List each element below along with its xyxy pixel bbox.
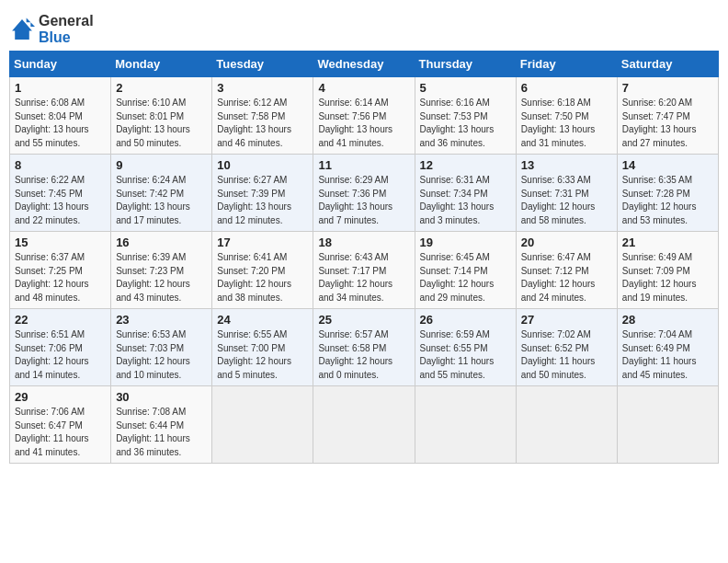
calendar-day-cell: 26 Sunrise: 6:59 AM Sunset: 6:55 PM Dayl… — [415, 309, 516, 386]
day-number: 13 — [521, 158, 612, 172]
calendar-day-cell: 17 Sunrise: 6:41 AM Sunset: 7:20 PM Dayl… — [212, 232, 313, 309]
calendar-week-row: 22 Sunrise: 6:51 AM Sunset: 7:06 PM Dayl… — [10, 309, 719, 386]
day-detail: Sunrise: 6:39 AM Sunset: 7:23 PM Dayligh… — [116, 251, 207, 304]
day-detail: Sunrise: 6:33 AM Sunset: 7:31 PM Dayligh… — [521, 174, 612, 227]
day-number: 14 — [622, 158, 713, 172]
day-number: 2 — [116, 81, 207, 95]
day-number: 3 — [217, 81, 308, 95]
day-number: 11 — [318, 158, 409, 172]
calendar-day-cell: 15 Sunrise: 6:37 AM Sunset: 7:25 PM Dayl… — [10, 232, 111, 309]
day-detail: Sunrise: 7:04 AM Sunset: 6:49 PM Dayligh… — [622, 328, 713, 382]
calendar-day-cell — [617, 386, 718, 464]
day-detail: Sunrise: 6:29 AM Sunset: 7:36 PM Dayligh… — [318, 174, 409, 227]
day-number: 4 — [318, 81, 409, 95]
day-detail: Sunrise: 6:20 AM Sunset: 7:47 PM Dayligh… — [622, 97, 713, 150]
weekday-header: Tuesday — [212, 52, 313, 77]
calendar-day-cell: 16 Sunrise: 6:39 AM Sunset: 7:23 PM Dayl… — [111, 232, 212, 309]
calendar-day-cell — [313, 386, 415, 464]
weekday-header: Friday — [516, 52, 617, 77]
day-number: 28 — [622, 313, 713, 327]
day-number: 24 — [217, 313, 308, 327]
calendar-day-cell: 8 Sunrise: 6:22 AM Sunset: 7:45 PM Dayli… — [10, 155, 111, 232]
day-detail: Sunrise: 6:24 AM Sunset: 7:42 PM Dayligh… — [116, 174, 207, 227]
calendar-day-cell: 21 Sunrise: 6:49 AM Sunset: 7:09 PM Dayl… — [617, 232, 718, 309]
calendar-day-cell: 30 Sunrise: 7:08 AM Sunset: 6:44 PM Dayl… — [111, 386, 212, 464]
day-detail: Sunrise: 6:37 AM Sunset: 7:25 PM Dayligh… — [15, 251, 106, 304]
calendar-day-cell — [415, 386, 516, 464]
calendar-week-row: 1 Sunrise: 6:08 AM Sunset: 8:04 PM Dayli… — [10, 77, 719, 155]
calendar-day-cell: 18 Sunrise: 6:43 AM Sunset: 7:17 PM Dayl… — [313, 232, 415, 309]
day-number: 21 — [622, 236, 713, 249]
day-number: 15 — [15, 236, 106, 249]
calendar-day-cell: 22 Sunrise: 6:51 AM Sunset: 7:06 PM Dayl… — [10, 309, 111, 386]
day-number: 26 — [420, 313, 511, 327]
day-number: 16 — [116, 236, 207, 249]
day-number: 20 — [521, 236, 612, 249]
day-detail: Sunrise: 6:43 AM Sunset: 7:17 PM Dayligh… — [318, 251, 409, 304]
day-number: 22 — [15, 313, 106, 327]
day-number: 6 — [521, 81, 612, 95]
day-detail: Sunrise: 6:41 AM Sunset: 7:20 PM Dayligh… — [217, 251, 308, 304]
day-detail: Sunrise: 6:35 AM Sunset: 7:28 PM Dayligh… — [622, 174, 713, 227]
logo-text: General Blue — [39, 13, 94, 45]
day-number: 18 — [318, 236, 409, 249]
calendar-day-cell: 1 Sunrise: 6:08 AM Sunset: 8:04 PM Dayli… — [10, 77, 111, 155]
day-detail: Sunrise: 6:27 AM Sunset: 7:39 PM Dayligh… — [217, 174, 308, 227]
calendar-day-cell: 5 Sunrise: 6:16 AM Sunset: 7:53 PM Dayli… — [415, 77, 516, 155]
day-detail: Sunrise: 6:53 AM Sunset: 7:03 PM Dayligh… — [116, 328, 207, 382]
calendar-day-cell: 7 Sunrise: 6:20 AM Sunset: 7:47 PM Dayli… — [617, 77, 718, 155]
weekday-header: Sunday — [10, 52, 111, 77]
calendar-week-row: 8 Sunrise: 6:22 AM Sunset: 7:45 PM Dayli… — [10, 155, 719, 232]
day-number: 30 — [116, 390, 207, 404]
weekday-header: Saturday — [617, 52, 718, 77]
day-detail: Sunrise: 6:55 AM Sunset: 7:00 PM Dayligh… — [217, 328, 308, 382]
day-detail: Sunrise: 6:10 AM Sunset: 8:01 PM Dayligh… — [116, 97, 207, 150]
day-detail: Sunrise: 6:16 AM Sunset: 7:53 PM Dayligh… — [420, 97, 511, 150]
weekday-header: Wednesday — [313, 52, 415, 77]
calendar-day-cell: 3 Sunrise: 6:12 AM Sunset: 7:58 PM Dayli… — [212, 77, 313, 155]
calendar-week-row: 15 Sunrise: 6:37 AM Sunset: 7:25 PM Dayl… — [10, 232, 719, 309]
day-detail: Sunrise: 7:08 AM Sunset: 6:44 PM Dayligh… — [116, 406, 207, 459]
day-detail: Sunrise: 6:47 AM Sunset: 7:12 PM Dayligh… — [521, 251, 612, 304]
calendar-day-cell: 19 Sunrise: 6:45 AM Sunset: 7:14 PM Dayl… — [415, 232, 516, 309]
calendar-day-cell: 13 Sunrise: 6:33 AM Sunset: 7:31 PM Dayl… — [516, 155, 617, 232]
day-number: 9 — [116, 158, 207, 172]
day-detail: Sunrise: 6:31 AM Sunset: 7:34 PM Dayligh… — [420, 174, 511, 227]
calendar-day-cell: 27 Sunrise: 7:02 AM Sunset: 6:52 PM Dayl… — [516, 309, 617, 386]
calendar: SundayMondayTuesdayWednesdayThursdayFrid… — [9, 51, 719, 464]
calendar-day-cell — [212, 386, 313, 464]
calendar-day-cell: 20 Sunrise: 6:47 AM Sunset: 7:12 PM Dayl… — [516, 232, 617, 309]
header: General Blue — [9, 9, 719, 45]
day-detail: Sunrise: 6:59 AM Sunset: 6:55 PM Dayligh… — [420, 328, 511, 382]
day-number: 7 — [622, 81, 713, 95]
calendar-day-cell: 23 Sunrise: 6:53 AM Sunset: 7:03 PM Dayl… — [111, 309, 212, 386]
calendar-day-cell: 2 Sunrise: 6:10 AM Sunset: 8:01 PM Dayli… — [111, 77, 212, 155]
day-number: 10 — [217, 158, 308, 172]
day-number: 12 — [420, 158, 511, 172]
calendar-day-cell: 12 Sunrise: 6:31 AM Sunset: 7:34 PM Dayl… — [415, 155, 516, 232]
day-detail: Sunrise: 7:06 AM Sunset: 6:47 PM Dayligh… — [15, 406, 106, 459]
day-number: 8 — [15, 158, 106, 172]
day-number: 29 — [15, 390, 106, 404]
day-number: 27 — [521, 313, 612, 327]
day-detail: Sunrise: 6:49 AM Sunset: 7:09 PM Dayligh… — [622, 251, 713, 304]
calendar-day-cell: 6 Sunrise: 6:18 AM Sunset: 7:50 PM Dayli… — [516, 77, 617, 155]
day-number: 1 — [15, 81, 106, 95]
calendar-day-cell: 14 Sunrise: 6:35 AM Sunset: 7:28 PM Dayl… — [617, 155, 718, 232]
day-detail: Sunrise: 6:57 AM Sunset: 6:58 PM Dayligh… — [318, 328, 409, 382]
weekday-header: Thursday — [415, 52, 516, 77]
weekday-header: Monday — [111, 52, 212, 77]
day-detail: Sunrise: 6:45 AM Sunset: 7:14 PM Dayligh… — [420, 251, 511, 304]
day-detail: Sunrise: 6:12 AM Sunset: 7:58 PM Dayligh… — [217, 97, 308, 150]
day-number: 5 — [420, 81, 511, 95]
calendar-day-cell: 11 Sunrise: 6:29 AM Sunset: 7:36 PM Dayl… — [313, 155, 415, 232]
calendar-day-cell: 9 Sunrise: 6:24 AM Sunset: 7:42 PM Dayli… — [111, 155, 212, 232]
day-detail: Sunrise: 7:02 AM Sunset: 6:52 PM Dayligh… — [521, 328, 612, 382]
calendar-day-cell: 10 Sunrise: 6:27 AM Sunset: 7:39 PM Dayl… — [212, 155, 313, 232]
calendar-day-cell: 29 Sunrise: 7:06 AM Sunset: 6:47 PM Dayl… — [10, 386, 111, 464]
day-detail: Sunrise: 6:51 AM Sunset: 7:06 PM Dayligh… — [15, 328, 106, 382]
calendar-day-cell: 24 Sunrise: 6:55 AM Sunset: 7:00 PM Dayl… — [212, 309, 313, 386]
logo: General Blue — [9, 9, 94, 45]
calendar-day-cell: 25 Sunrise: 6:57 AM Sunset: 6:58 PM Dayl… — [313, 309, 415, 386]
calendar-header-row: SundayMondayTuesdayWednesdayThursdayFrid… — [10, 52, 719, 77]
